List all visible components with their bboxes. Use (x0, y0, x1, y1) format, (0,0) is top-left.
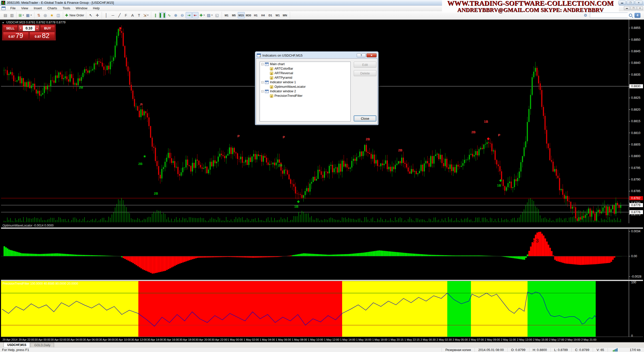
menu-tools[interactable]: Tools (60, 6, 73, 11)
status-help-text: For Help, press F1 (0, 348, 29, 352)
mdi-close-button[interactable]: ✕ (637, 6, 643, 10)
crosshair-icon: ✛ (96, 13, 99, 18)
toolbar-crosshair-icon[interactable]: ✛ (94, 12, 100, 18)
collapse-box-icon[interactable]: − (261, 63, 264, 65)
toolbar-cursor-icon[interactable]: ↖ (88, 12, 94, 18)
timeframe-h1[interactable]: H1 (252, 12, 259, 18)
toolbar-horizontal-line-icon[interactable]: ─ (110, 12, 116, 18)
window-separator-2[interactable] (1, 280, 643, 281)
toolbar-bar-chart-icon[interactable]: ∥ (152, 12, 159, 18)
menu-charts[interactable]: Charts (45, 6, 60, 11)
tree-indicator-artcolorbar[interactable]: fARTColorBar (260, 66, 350, 71)
time-label: 30 Apr 16:00 (163, 338, 179, 341)
banner-line-2: ANDREYBBRV@GMAIL.COM SKYPE: ANDREYBBRV (457, 7, 603, 13)
search-icon[interactable] (629, 14, 632, 17)
menu-help[interactable]: Help (90, 6, 102, 11)
dialog-help-button[interactable]: ? (357, 53, 366, 57)
toolbar-candlestick-icon[interactable]: ▌▐ (159, 12, 166, 18)
navigator-icon: ◎ (44, 13, 47, 18)
timeframe-h4[interactable]: H4 (260, 12, 267, 18)
trend-zone-green (447, 281, 471, 337)
toolbar-zoom-in-icon[interactable]: ⊕ (173, 12, 179, 18)
dialog-title-bar[interactable]: Indicators on USDCHF,M15 ? ✕ (256, 52, 378, 58)
toolbar-trendline-icon[interactable]: ╱ (116, 12, 123, 18)
search-input[interactable] (590, 13, 635, 18)
minimize-button[interactable]: ▬ (618, 1, 626, 5)
close-button-dialog[interactable]: Close (354, 115, 376, 121)
toolbar-chart-shift-icon[interactable]: ⇤ (192, 12, 198, 18)
toolbar-navigator-icon[interactable]: ◎ (42, 12, 49, 18)
toolbar-text-icon[interactable]: A (129, 12, 136, 18)
sell-button[interactable]: SELL (3, 25, 18, 31)
menu-insert[interactable]: Insert (31, 6, 45, 11)
menu-file[interactable]: File (8, 6, 18, 11)
toolbar-print-icon[interactable]: ▤ (2, 12, 9, 18)
time-label: 1 May 04:00 (260, 338, 275, 341)
restore-button[interactable]: ❐ (627, 1, 634, 5)
toolbar-label-icon[interactable]: T (136, 12, 142, 18)
toolbar-data-window-icon[interactable]: ◫ (55, 12, 62, 18)
time-label: 30 Apr 12:00 (131, 338, 147, 341)
delete-button[interactable]: Delete (354, 70, 376, 76)
optimum-wave-locator-chart[interactable]: Wave 30.00340.00-0.0028 (1, 229, 643, 280)
volume-down-icon[interactable]: ▼ (19, 25, 23, 31)
fibonacci-icon: F (125, 13, 127, 17)
precision-trend-filter-chart[interactable]: 1000 (1, 281, 643, 337)
chart-tab-usdchf-m15[interactable]: USDCHF,M15 (4, 342, 30, 347)
collapse-box-icon[interactable]: − (261, 90, 264, 93)
toolbar-fibonacci-icon[interactable]: F (123, 12, 129, 18)
timeframe-m1[interactable]: M1 (223, 12, 230, 18)
toolbar-templates-icon[interactable]: ▨▼ (206, 12, 214, 18)
zoom-in-icon: ⊕ (174, 13, 177, 18)
mdi-minimize-button[interactable]: ▬ (624, 6, 630, 10)
toolbar-print-preview-icon[interactable]: ▥ (9, 12, 15, 18)
dialog-close-icon[interactable]: ✕ (367, 53, 377, 57)
dropdown-caret-icon: ▼ (203, 14, 205, 16)
toolbar-arrows-icon[interactable]: ⇲▼ (142, 12, 150, 18)
volume-up-icon[interactable]: ▲ (35, 25, 39, 31)
sell-price-button[interactable]: 0.87 79 (3, 32, 29, 39)
toolbar-zoom-out-icon[interactable]: ⊖ (179, 12, 185, 18)
svg-text:2B: 2B (366, 137, 370, 141)
chart-tab-gold-daily[interactable]: GOLD,Daily (30, 343, 54, 347)
toolbar-market-watch-icon[interactable]: ⇅ (36, 12, 42, 18)
timeframe-mn[interactable]: MN (281, 12, 289, 18)
timeframe-m30[interactable]: M30 (245, 12, 252, 18)
tree-indicator-artpyramid[interactable]: fARTPyramid (260, 75, 350, 80)
close-button[interactable]: ✕ (635, 1, 642, 5)
toolbar-auto-scroll-icon[interactable]: ⇥ (186, 12, 192, 18)
toolbar-favorites-icon[interactable]: ★ (49, 12, 55, 18)
toolbar-new-chart-icon[interactable]: ⊞▼ (18, 12, 25, 18)
toolbar-profiles-icon[interactable]: ▦▼ (25, 12, 33, 18)
tree-indicator-artreversal[interactable]: fARTReversal (260, 71, 350, 75)
toolbar-line-chart-icon[interactable]: ∿ (166, 12, 172, 18)
chat-icon[interactable]: 4 (634, 13, 640, 18)
toolbar-strategy-tester-icon[interactable]: ◱ (214, 12, 220, 18)
toolbar-new-order-icon[interactable]: ✚New Order (64, 12, 85, 18)
time-axis[interactable]: 29 Apr 201429 Apr 22:0030 Apr 00:0030 Ap… (1, 337, 643, 342)
buy-price-button[interactable]: 0.87 82 (29, 32, 55, 39)
timeframe-m5[interactable]: M5 (230, 12, 237, 18)
collapse-box-icon[interactable]: − (261, 81, 264, 83)
tree-node[interactable]: −Indicator window 1 (260, 80, 350, 84)
mdi-restore-button[interactable]: ❐ (630, 6, 636, 10)
buy-button[interactable]: BUY (40, 25, 55, 31)
tree-node[interactable]: −Indicator window 2 (260, 89, 350, 94)
volume-value[interactable]: 0.10 (23, 26, 35, 30)
toolbar-indicators-icon[interactable]: ✚▼ (199, 12, 206, 18)
edit-button[interactable]: Edit (354, 62, 376, 68)
timeframe-m15[interactable]: M15 (238, 12, 245, 18)
window-separator-1[interactable] (1, 228, 643, 229)
tree-indicator-optimumwavelocator[interactable]: fOptimumWaveLocator (260, 84, 350, 89)
menu-window[interactable]: Window (73, 6, 90, 11)
menu-view[interactable]: View (18, 6, 31, 11)
collapse-arrow-icon[interactable]: ▲ (2, 21, 4, 24)
timeframe-d1[interactable]: D1 (267, 12, 274, 18)
tree-node[interactable]: −Main chart (260, 62, 350, 66)
time-label: 2 May 15:00 (533, 338, 548, 341)
timeframe-w1[interactable]: W1 (274, 12, 281, 18)
indicators-tree[interactable]: −Main chartfARTColorBarfARTReversalfARTP… (260, 62, 351, 121)
time-label: 1 May 22:15 (405, 338, 420, 341)
tree-indicator-precisiontrendfilter[interactable]: fPrecisionTrendFilter (260, 94, 350, 98)
toolbar-vertical-line-icon[interactable]: │ (103, 12, 109, 18)
